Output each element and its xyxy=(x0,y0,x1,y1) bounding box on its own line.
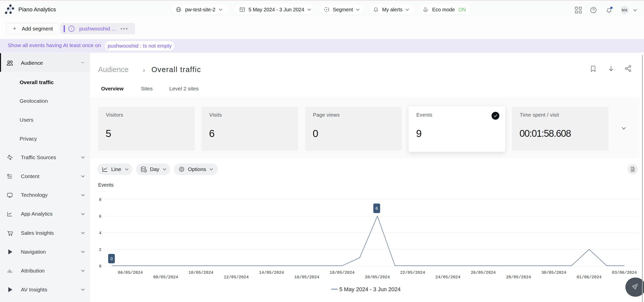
svg-text:12/05/2024: 12/05/2024 xyxy=(224,275,249,280)
svg-text:30/05/2024: 30/05/2024 xyxy=(541,270,566,275)
svg-text:0: 0 xyxy=(99,264,101,269)
svg-text:03/06/2024: 03/06/2024 xyxy=(612,270,637,275)
svg-text:6: 6 xyxy=(376,206,378,211)
svg-text:22/05/2024: 22/05/2024 xyxy=(400,270,425,275)
svg-text:16/05/2024: 16/05/2024 xyxy=(294,275,319,280)
svg-text:06/05/2024: 06/05/2024 xyxy=(118,270,143,275)
svg-text:4: 4 xyxy=(99,231,101,236)
svg-text:26/05/2024: 26/05/2024 xyxy=(471,270,496,275)
svg-text:20/05/2024: 20/05/2024 xyxy=(365,275,390,280)
svg-text:8: 8 xyxy=(99,198,101,202)
svg-text:0: 0 xyxy=(110,257,113,261)
svg-text:28/05/2024: 28/05/2024 xyxy=(506,275,531,280)
svg-text:24/05/2024: 24/05/2024 xyxy=(435,275,460,280)
svg-text:18/05/2024: 18/05/2024 xyxy=(330,270,354,275)
svg-text:01/06/2024: 01/06/2024 xyxy=(577,275,601,280)
svg-text:10/05/2024: 10/05/2024 xyxy=(188,270,213,275)
svg-text:6: 6 xyxy=(99,214,101,219)
svg-text:14/05/2024: 14/05/2024 xyxy=(259,270,284,275)
svg-text:2: 2 xyxy=(99,248,101,252)
svg-text:08/05/2024: 08/05/2024 xyxy=(153,275,178,280)
svg-text:5 May 2024 - 3 Jun 2024: 5 May 2024 - 3 Jun 2024 xyxy=(339,286,400,292)
